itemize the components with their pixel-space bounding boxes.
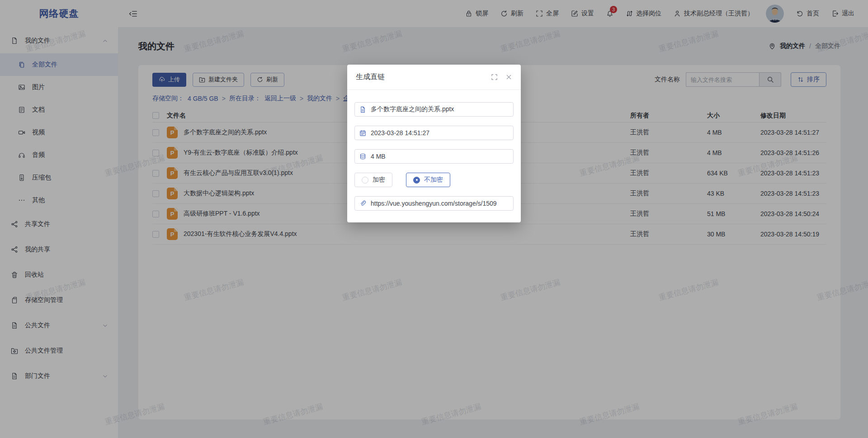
modal-fullscreen-icon[interactable] bbox=[491, 74, 498, 80]
modified-date-field: 2023-03-28 14:51:27 bbox=[354, 126, 514, 140]
file-size-field: 4 MB bbox=[354, 149, 514, 164]
modal-title: 生成直链 bbox=[356, 72, 385, 82]
modal-close-icon[interactable] bbox=[505, 74, 512, 80]
link-icon bbox=[359, 200, 366, 207]
file-text-icon bbox=[359, 106, 366, 113]
direct-link-field[interactable]: https://vue.youshengyun.com/storage/s/15… bbox=[354, 196, 514, 211]
radio-option[interactable]: 不加密 bbox=[406, 173, 450, 187]
encrypt-options: 加密 不加密 bbox=[354, 173, 514, 187]
radio-icon bbox=[362, 177, 368, 184]
radio-icon bbox=[413, 177, 420, 184]
database-icon bbox=[359, 153, 366, 160]
generate-link-modal: 生成直链 多个数字底座之间的关系.pptx 2023-03-28 14:51:2… bbox=[347, 65, 521, 222]
calendar-icon bbox=[359, 130, 366, 137]
file-name-field: 多个数字底座之间的关系.pptx bbox=[354, 102, 514, 117]
radio-option[interactable]: 加密 bbox=[354, 173, 392, 187]
